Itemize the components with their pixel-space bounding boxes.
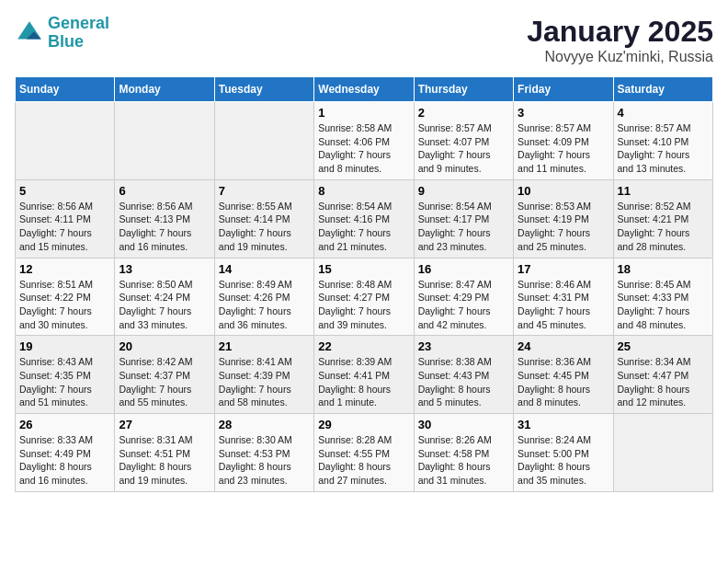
day-number: 17	[518, 262, 609, 276]
title-block: January 2025 Novyye Kuz'minki, Russia	[527, 15, 713, 65]
page-header: General Blue January 2025 Novyye Kuz'min…	[15, 15, 713, 65]
day-info: Sunrise: 8:46 AM Sunset: 4:31 PM Dayligh…	[518, 278, 609, 332]
day-number: 7	[219, 184, 310, 198]
weekday-label: Monday	[115, 77, 214, 102]
day-info: Sunrise: 8:53 AM Sunset: 4:19 PM Dayligh…	[518, 200, 609, 254]
logo: General Blue	[15, 15, 109, 52]
day-number: 26	[19, 418, 110, 431]
day-info: Sunrise: 8:54 AM Sunset: 4:17 PM Dayligh…	[418, 200, 509, 254]
calendar-cell: 21Sunrise: 8:41 AM Sunset: 4:39 PM Dayli…	[214, 336, 313, 414]
calendar-cell	[115, 102, 214, 180]
calendar-cell: 15Sunrise: 8:48 AM Sunset: 4:27 PM Dayli…	[314, 258, 414, 336]
calendar-cell: 16Sunrise: 8:47 AM Sunset: 4:29 PM Dayli…	[414, 258, 513, 336]
day-number: 9	[418, 184, 509, 198]
day-number: 14	[219, 262, 310, 276]
calendar-cell: 11Sunrise: 8:52 AM Sunset: 4:21 PM Dayli…	[613, 179, 712, 258]
location-title: Novyye Kuz'minki, Russia	[527, 49, 713, 65]
day-number: 5	[19, 184, 110, 198]
day-number: 31	[518, 418, 609, 431]
calendar-cell: 23Sunrise: 8:38 AM Sunset: 4:43 PM Dayli…	[414, 336, 513, 414]
day-info: Sunrise: 8:36 AM Sunset: 4:45 PM Dayligh…	[518, 355, 609, 409]
day-number: 11	[618, 184, 709, 198]
day-info: Sunrise: 8:57 AM Sunset: 4:09 PM Dayligh…	[518, 121, 609, 176]
weekday-label: Sunday	[16, 77, 115, 102]
calendar-cell: 10Sunrise: 8:53 AM Sunset: 4:19 PM Dayli…	[514, 179, 613, 258]
calendar-cell: 17Sunrise: 8:46 AM Sunset: 4:31 PM Dayli…	[514, 258, 613, 336]
day-number: 20	[119, 339, 210, 353]
day-number: 10	[518, 184, 609, 198]
day-info: Sunrise: 8:43 AM Sunset: 4:35 PM Dayligh…	[19, 355, 110, 409]
day-number: 12	[19, 262, 110, 276]
calendar-table: SundayMondayTuesdayWednesdayThursdayFrid…	[15, 76, 713, 492]
logo-line1: General	[48, 14, 109, 32]
day-number: 22	[318, 339, 409, 353]
calendar-cell: 8Sunrise: 8:54 AM Sunset: 4:16 PM Daylig…	[314, 179, 414, 258]
day-info: Sunrise: 8:24 AM Sunset: 5:00 PM Dayligh…	[518, 433, 609, 488]
day-info: Sunrise: 8:47 AM Sunset: 4:29 PM Dayligh…	[418, 278, 509, 332]
calendar-cell: 12Sunrise: 8:51 AM Sunset: 4:22 PM Dayli…	[16, 258, 115, 336]
calendar-cell: 28Sunrise: 8:30 AM Sunset: 4:53 PM Dayli…	[214, 414, 313, 492]
day-info: Sunrise: 8:57 AM Sunset: 4:10 PM Dayligh…	[618, 121, 709, 176]
calendar-cell: 30Sunrise: 8:26 AM Sunset: 4:58 PM Dayli…	[414, 414, 513, 492]
calendar-cell: 20Sunrise: 8:42 AM Sunset: 4:37 PM Dayli…	[115, 336, 214, 414]
calendar-cell: 7Sunrise: 8:55 AM Sunset: 4:14 PM Daylig…	[214, 179, 313, 258]
day-number: 25	[618, 339, 709, 353]
day-info: Sunrise: 8:51 AM Sunset: 4:22 PM Dayligh…	[19, 278, 110, 332]
day-number: 4	[618, 106, 709, 120]
day-info: Sunrise: 8:50 AM Sunset: 4:24 PM Dayligh…	[119, 278, 210, 332]
calendar-cell: 5Sunrise: 8:56 AM Sunset: 4:11 PM Daylig…	[16, 179, 115, 258]
calendar-cell	[16, 102, 115, 180]
day-number: 19	[19, 339, 110, 353]
calendar-week-row: 26Sunrise: 8:33 AM Sunset: 4:49 PM Dayli…	[16, 414, 713, 492]
calendar-cell: 9Sunrise: 8:54 AM Sunset: 4:17 PM Daylig…	[414, 179, 513, 258]
day-info: Sunrise: 8:39 AM Sunset: 4:41 PM Dayligh…	[318, 355, 409, 409]
logo-icon	[15, 18, 44, 48]
day-number: 30	[418, 418, 509, 431]
calendar-cell: 2Sunrise: 8:57 AM Sunset: 4:07 PM Daylig…	[414, 102, 513, 180]
calendar-cell: 18Sunrise: 8:45 AM Sunset: 4:33 PM Dayli…	[613, 258, 712, 336]
day-number: 1	[318, 106, 409, 120]
month-title: January 2025	[527, 15, 713, 49]
day-info: Sunrise: 8:49 AM Sunset: 4:26 PM Dayligh…	[219, 278, 310, 332]
calendar-cell: 19Sunrise: 8:43 AM Sunset: 4:35 PM Dayli…	[16, 336, 115, 414]
day-info: Sunrise: 8:54 AM Sunset: 4:16 PM Dayligh…	[318, 200, 409, 254]
calendar-cell: 24Sunrise: 8:36 AM Sunset: 4:45 PM Dayli…	[514, 336, 613, 414]
weekday-label: Saturday	[613, 77, 712, 102]
day-info: Sunrise: 8:33 AM Sunset: 4:49 PM Dayligh…	[19, 433, 110, 488]
calendar-week-row: 5Sunrise: 8:56 AM Sunset: 4:11 PM Daylig…	[16, 179, 713, 258]
day-number: 27	[119, 418, 210, 431]
calendar-cell: 14Sunrise: 8:49 AM Sunset: 4:26 PM Dayli…	[214, 258, 313, 336]
day-number: 24	[518, 339, 609, 353]
calendar-cell: 13Sunrise: 8:50 AM Sunset: 4:24 PM Dayli…	[115, 258, 214, 336]
day-number: 21	[219, 339, 310, 353]
day-number: 3	[518, 106, 609, 120]
day-number: 2	[418, 106, 509, 120]
calendar-week-row: 19Sunrise: 8:43 AM Sunset: 4:35 PM Dayli…	[16, 336, 713, 414]
day-info: Sunrise: 8:42 AM Sunset: 4:37 PM Dayligh…	[119, 355, 210, 409]
weekday-label: Tuesday	[214, 77, 313, 102]
calendar-week-row: 12Sunrise: 8:51 AM Sunset: 4:22 PM Dayli…	[16, 258, 713, 336]
calendar-cell: 1Sunrise: 8:58 AM Sunset: 4:06 PM Daylig…	[314, 102, 414, 180]
weekday-label: Thursday	[414, 77, 513, 102]
weekday-label: Wednesday	[314, 77, 414, 102]
day-info: Sunrise: 8:55 AM Sunset: 4:14 PM Dayligh…	[219, 200, 310, 254]
calendar-cell: 26Sunrise: 8:33 AM Sunset: 4:49 PM Dayli…	[16, 414, 115, 492]
day-info: Sunrise: 8:48 AM Sunset: 4:27 PM Dayligh…	[318, 278, 409, 332]
day-number: 15	[318, 262, 409, 276]
day-info: Sunrise: 8:52 AM Sunset: 4:21 PM Dayligh…	[618, 200, 709, 254]
day-info: Sunrise: 8:31 AM Sunset: 4:51 PM Dayligh…	[119, 433, 210, 488]
calendar-cell: 4Sunrise: 8:57 AM Sunset: 4:10 PM Daylig…	[613, 102, 712, 180]
day-number: 23	[418, 339, 509, 353]
day-number: 13	[119, 262, 210, 276]
calendar-cell: 27Sunrise: 8:31 AM Sunset: 4:51 PM Dayli…	[115, 414, 214, 492]
day-info: Sunrise: 8:28 AM Sunset: 4:55 PM Dayligh…	[318, 433, 409, 488]
calendar-cell: 25Sunrise: 8:34 AM Sunset: 4:47 PM Dayli…	[613, 336, 712, 414]
calendar-cell: 29Sunrise: 8:28 AM Sunset: 4:55 PM Dayli…	[314, 414, 414, 492]
calendar-cell: 22Sunrise: 8:39 AM Sunset: 4:41 PM Dayli…	[314, 336, 414, 414]
logo-line2: Blue	[48, 32, 84, 51]
day-info: Sunrise: 8:58 AM Sunset: 4:06 PM Dayligh…	[318, 121, 409, 176]
day-number: 8	[318, 184, 409, 198]
weekday-header-row: SundayMondayTuesdayWednesdayThursdayFrid…	[16, 77, 713, 102]
day-info: Sunrise: 8:41 AM Sunset: 4:39 PM Dayligh…	[219, 355, 310, 409]
day-number: 6	[119, 184, 210, 198]
